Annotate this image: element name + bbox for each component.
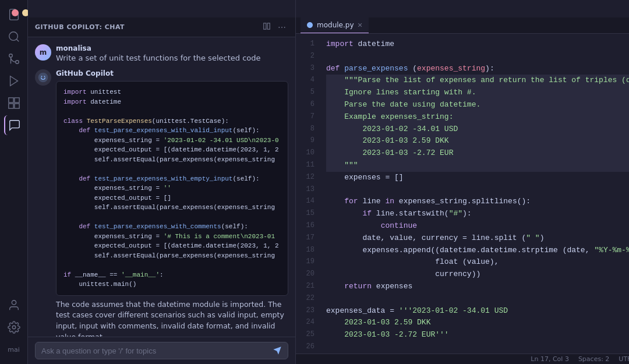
code-line-4: """Parse the list of expenses and return…	[326, 75, 629, 87]
tab-close-icon[interactable]: ✕	[358, 22, 363, 29]
svg-point-13	[38, 73, 48, 83]
code-line-17: date, value, currency = line.split (" ")	[326, 232, 629, 245]
svg-point-10	[12, 326, 16, 329]
send-button[interactable]	[273, 346, 282, 355]
code-line-26	[326, 341, 629, 354]
code-line-13	[326, 184, 629, 196]
split-editor-icon[interactable]	[260, 21, 273, 33]
code-line-9: 2023-01-03 2.59 DKK	[326, 135, 629, 147]
source-control-icon[interactable]	[4, 49, 24, 69]
code-line-14: for line in expenses_string.splitlines()…	[326, 196, 629, 208]
copilot-response-text: The code assumes that the datetime modul…	[56, 299, 288, 337]
svg-point-2	[15, 61, 19, 64]
user-info: monalisa Write a set of unit test functi…	[56, 44, 260, 62]
code-line-25: 2023-01-03 -2.72 EUR'''	[326, 329, 629, 341]
activity-bar-bottom: mai	[4, 295, 24, 359]
code-line-8: 2023-01-02 -34.01 USD	[326, 123, 629, 136]
chat-input-wrapper	[35, 342, 288, 359]
tab-module-py[interactable]: module.py ✕	[301, 17, 369, 33]
code-line-18: expenses.append((datetime.datetime.strpt…	[326, 245, 629, 257]
code-line-1: import datetime	[326, 38, 629, 51]
activity-bar: mai	[0, 0, 28, 364]
close-dot[interactable]	[12, 9, 19, 16]
tab-filename: module.py	[317, 21, 354, 29]
svg-rect-11	[264, 23, 266, 30]
copilot-code-block: import unittest import datetime class Te…	[56, 81, 288, 296]
code-line-20: currency))	[326, 268, 629, 281]
code-line-19: float (value),	[326, 256, 629, 268]
code-line-21: return expenses	[326, 281, 629, 293]
code-line-22	[326, 293, 629, 305]
chat-header: GITHUB COPILOT: CHAT ⋯	[28, 17, 295, 37]
svg-rect-12	[267, 23, 270, 30]
code-line-10: 2023-01-03 -2.72 EUR	[326, 147, 629, 160]
code-line-7: Example expenses_string:	[326, 111, 629, 123]
username: monalisa	[56, 44, 260, 52]
svg-rect-6	[14, 98, 19, 103]
cursor-position: Ln 17, Col 3	[531, 355, 569, 363]
editor-panel: module.py ✕ ⋯ 12345 678910 1112131415 16…	[296, 0, 629, 364]
copilot-status-icon[interactable]: mai	[4, 340, 24, 359]
svg-point-3	[9, 54, 12, 58]
svg-point-14	[41, 76, 43, 77]
user-message: m monalisa Write a set of unit test func…	[35, 44, 288, 62]
code-area[interactable]: import datetime def parse_expenses (expe…	[319, 34, 629, 354]
svg-line-1	[16, 39, 19, 41]
editor-content: 12345 678910 1112131415 1617181920 21222…	[296, 34, 629, 354]
code-line-2	[326, 51, 629, 63]
chat-input-area	[28, 337, 295, 364]
line-numbers: 12345 678910 1112131415 1617181920 21222…	[296, 34, 319, 354]
chat-icon[interactable]	[4, 115, 24, 135]
code-line-11: """	[326, 160, 629, 172]
chat-messages: m monalisa Write a set of unit test func…	[28, 37, 295, 337]
svg-rect-8	[14, 104, 19, 108]
copilot-avatar	[35, 69, 51, 86]
svg-point-0	[9, 32, 17, 41]
search-icon[interactable]	[4, 27, 24, 47]
copilot-name: GitHub Copilot	[56, 69, 288, 77]
extensions-icon[interactable]	[4, 93, 24, 113]
code-line-16: continue	[326, 220, 629, 232]
code-line-12: expenses = []	[326, 172, 629, 184]
svg-rect-5	[8, 98, 13, 103]
svg-marker-4	[10, 76, 17, 86]
python-file-icon	[306, 22, 313, 29]
copilot-content: GitHub Copilot import unittest import da…	[56, 69, 288, 337]
chat-panel: GITHUB COPILOT: CHAT ⋯ m monalisa Write …	[28, 0, 296, 364]
svg-point-15	[44, 76, 45, 77]
user-avatar: m	[35, 44, 51, 61]
svg-rect-7	[8, 104, 13, 108]
more-options-icon[interactable]: ⋯	[275, 21, 288, 33]
activity-bar-top	[4, 5, 24, 135]
encoding: UTF-8	[619, 355, 629, 363]
copilot-message: GitHub Copilot import unittest import da…	[35, 69, 288, 337]
user-prompt: Write a set of unit test functions for t…	[56, 54, 260, 62]
editor-tabs: module.py ✕ ⋯	[296, 17, 629, 34]
code-line-24: 2023-01-03 2.59 DKK	[326, 317, 629, 329]
code-line-5: Ignore lines starting with #.	[326, 87, 629, 99]
account-icon[interactable]	[4, 295, 24, 315]
indent-spaces: Spaces: 2	[578, 355, 609, 363]
settings-icon[interactable]	[4, 317, 24, 337]
chat-title: GITHUB COPILOT: CHAT	[35, 23, 125, 31]
code-line-6: Parse the date using datetime.	[326, 99, 629, 111]
chat-input[interactable]	[41, 347, 268, 355]
status-bar: Ln 17, Col 3 Spaces: 2 UTF-8 LF () TypeS…	[296, 354, 629, 364]
code-line-23: expenses_data = '''2023-01-02 -34.01 USD	[326, 305, 629, 317]
code-line-15: if line.startswith("#"):	[326, 208, 629, 220]
run-debug-icon[interactable]	[4, 71, 24, 91]
code-line-3: def parse_expenses (expenses_string):	[326, 63, 629, 75]
chat-header-icons: ⋯	[260, 21, 288, 33]
svg-point-9	[12, 301, 16, 305]
